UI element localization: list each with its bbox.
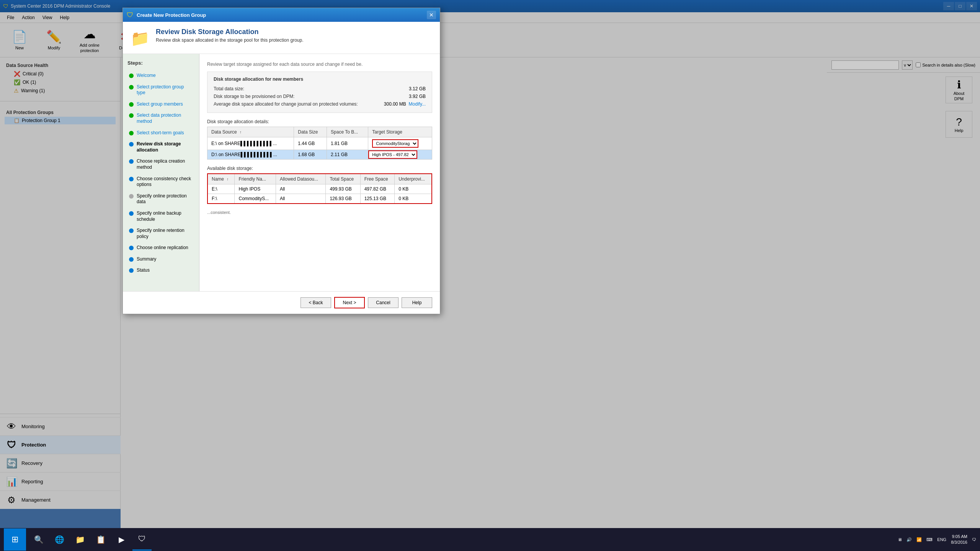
- allocation-details-title: Disk storage allocation details:: [207, 119, 432, 124]
- step-text-online-data: Specify online protection data: [137, 193, 193, 205]
- total-data-size-value: 3.12 GB: [409, 86, 426, 91]
- taskbar-lang: ENG: [937, 537, 946, 542]
- disk-storage-row: Disk storage to be provisioned on DPM: 3…: [214, 93, 426, 100]
- step-review-disk: Review disk storage allocation: [127, 139, 194, 155]
- row2-size: 1.68 GB: [294, 150, 327, 160]
- modal-header: 📁 Review Disk Storage Allocation Review …: [123, 22, 440, 54]
- taskbar-browser-icon[interactable]: 🌐: [50, 528, 69, 551]
- row1-size: 1.44 GB: [294, 137, 327, 150]
- taskbar: ⊞ 🔍 🌐 📁 📋 ▶ 🛡 🖥 🔊 📶 ⌨ ENG 9:05 AM 8/3/20…: [0, 528, 980, 551]
- available-storage-table: Name ↑ Friendly Na... Allowed Datasou...…: [207, 173, 432, 204]
- target-storage-select-1[interactable]: CommodityStorag: [372, 139, 418, 148]
- step-link-short-term[interactable]: Select short-term goals: [137, 130, 184, 136]
- step-consistency: Choose consistency check options: [127, 174, 194, 190]
- modal-title-text: Create New Protection Group: [137, 12, 427, 18]
- modal-main-title: Review Disk Storage Allocation: [156, 28, 304, 36]
- available-storage-title: Available disk storage:: [207, 166, 432, 171]
- step-link-select-members[interactable]: Select group members: [137, 101, 183, 108]
- col-under[interactable]: Underprovi...: [395, 174, 432, 184]
- col-target-storage[interactable]: Target Storage: [368, 127, 432, 137]
- row2-target[interactable]: High IPOS - 497.82: [368, 150, 432, 160]
- step-dot-summary: [129, 257, 134, 262]
- col-data-size[interactable]: Data Size: [294, 127, 327, 137]
- step-backup-schedule: Specify online backup schedule: [127, 208, 194, 225]
- sort-arrow-name: ↑: [227, 177, 229, 181]
- col-free[interactable]: Free Space: [360, 174, 395, 184]
- taskbar-terminal-icon[interactable]: ▶: [112, 528, 131, 551]
- allocation-details-table: Data Source ↑ Data Size Space To B... Ta…: [207, 127, 432, 160]
- next-button[interactable]: Next >: [334, 297, 365, 308]
- modal-steps-panel: Steps: Welcome Select protection group t…: [123, 54, 199, 291]
- avail-row1-friendly: High IPOS: [235, 184, 276, 194]
- taskbar-icons: 🔍 🌐 📁 📋 ▶ 🛡: [29, 528, 152, 551]
- avail-row1-under: 0 KB: [395, 184, 432, 194]
- step-text-review-disk: Review disk storage allocation: [137, 141, 193, 153]
- step-dot-replication: [129, 246, 134, 250]
- sort-arrow-source: ↑: [240, 130, 242, 134]
- taskbar-network-icon: 🖥: [898, 537, 902, 542]
- modal-body: Steps: Welcome Select protection group t…: [123, 54, 440, 291]
- taskbar-volume-icon: 🔊: [906, 537, 912, 542]
- step-dot-short-term: [129, 131, 134, 135]
- taskbar-files-icon[interactable]: 📁: [70, 528, 90, 551]
- taskbar-search-icon[interactable]: 🔍: [29, 528, 48, 551]
- table-row: E:\ High IPOS All 499.93 GB 497.82 GB 0 …: [207, 184, 432, 194]
- step-select-members: Select group members: [127, 99, 194, 110]
- taskbar-dpm-icon[interactable]: 🛡: [132, 528, 152, 551]
- modify-link[interactable]: Modify...: [409, 101, 426, 107]
- avail-row2-total: 126.93 GB: [326, 194, 360, 204]
- taskbar-notes-icon[interactable]: 📋: [91, 528, 110, 551]
- avail-row2-under: 0 KB: [395, 194, 432, 204]
- step-link-data-protection[interactable]: Select data protection method: [137, 112, 193, 124]
- taskbar-date: 8/3/2016: [951, 540, 967, 545]
- taskbar-system: 🖥 🔊 📶 ⌨ ENG 9:05 AM 8/3/2016 🗨: [898, 534, 976, 546]
- avail-row2-free: 125.13 GB: [360, 194, 395, 204]
- allocation-details-section: Disk storage allocation details: Data So…: [207, 119, 432, 160]
- step-text-retention: Specify online retention policy: [137, 228, 193, 240]
- step-text-replication: Choose online replication: [137, 245, 188, 251]
- table-row: E:\ on SHARE▌▌▌▌▌▌▌▌▌▌... 1.44 GB 1.81 G…: [207, 137, 432, 150]
- step-text-summary: Summary: [137, 256, 156, 262]
- table-row: F:\ CommodityS... All 126.93 GB 125.13 G…: [207, 194, 432, 204]
- step-online-data: Specify online protection data: [127, 191, 194, 207]
- avg-space-row: Average disk space allocated for change …: [214, 100, 426, 108]
- row2-source: D:\ on SHARE▌▌▌▌▌▌▌▌▌▌...: [207, 150, 294, 160]
- step-dot-replica: [129, 159, 134, 164]
- avail-row1-name: E:\: [207, 184, 235, 194]
- avail-row1-total: 499.93 GB: [326, 184, 360, 194]
- step-dot-select-type: [129, 85, 134, 90]
- help-button[interactable]: Help: [402, 297, 432, 308]
- step-retention: Specify online retention policy: [127, 225, 194, 242]
- step-data-protection: Select data protection method: [127, 110, 194, 127]
- cancel-button[interactable]: Cancel: [368, 297, 399, 308]
- target-storage-select-2[interactable]: High IPOS - 497.82: [368, 150, 417, 159]
- start-button[interactable]: ⊞: [4, 528, 26, 551]
- step-text-replica: Choose replica creation method: [137, 158, 193, 170]
- step-link-welcome[interactable]: Welcome: [137, 73, 156, 79]
- step-link-select-type[interactable]: Select protection group type: [137, 84, 193, 96]
- step-dot-review-disk: [129, 142, 134, 147]
- modal-main-content: Review target storage assigned for each …: [199, 54, 440, 291]
- col-data-source[interactable]: Data Source ↑: [207, 127, 294, 137]
- taskbar-notifications-icon[interactable]: 🗨: [972, 537, 976, 542]
- col-friendly[interactable]: Friendly Na...: [235, 174, 276, 184]
- back-button[interactable]: < Back: [301, 297, 331, 308]
- col-name[interactable]: Name ↑: [207, 174, 235, 184]
- step-welcome: Welcome: [127, 70, 194, 81]
- modal-title-bar: 🛡 Create New Protection Group ✕: [123, 8, 440, 22]
- row1-target[interactable]: CommodityStorag: [368, 137, 432, 150]
- avail-row2-friendly: CommodityS...: [235, 194, 276, 204]
- modal-title-icon: 🛡: [127, 11, 134, 19]
- table-row: D:\ on SHARE▌▌▌▌▌▌▌▌▌▌... 1.68 GB 2.11 G…: [207, 150, 432, 160]
- step-dot-retention: [129, 228, 134, 233]
- step-dot-select-members: [129, 102, 134, 107]
- col-allowed[interactable]: Allowed Datasou...: [276, 174, 326, 184]
- total-data-size-row: Total data size: 3.12 GB: [214, 85, 426, 93]
- avail-row1-allowed: All: [276, 184, 326, 194]
- modal-close-button[interactable]: ✕: [427, 11, 436, 19]
- col-space-to-be[interactable]: Space To B...: [327, 127, 368, 137]
- taskbar-keyboard-icon: ⌨: [926, 537, 933, 542]
- step-status: Status: [127, 265, 194, 276]
- step-summary: Summary: [127, 254, 194, 265]
- col-total[interactable]: Total Space: [326, 174, 360, 184]
